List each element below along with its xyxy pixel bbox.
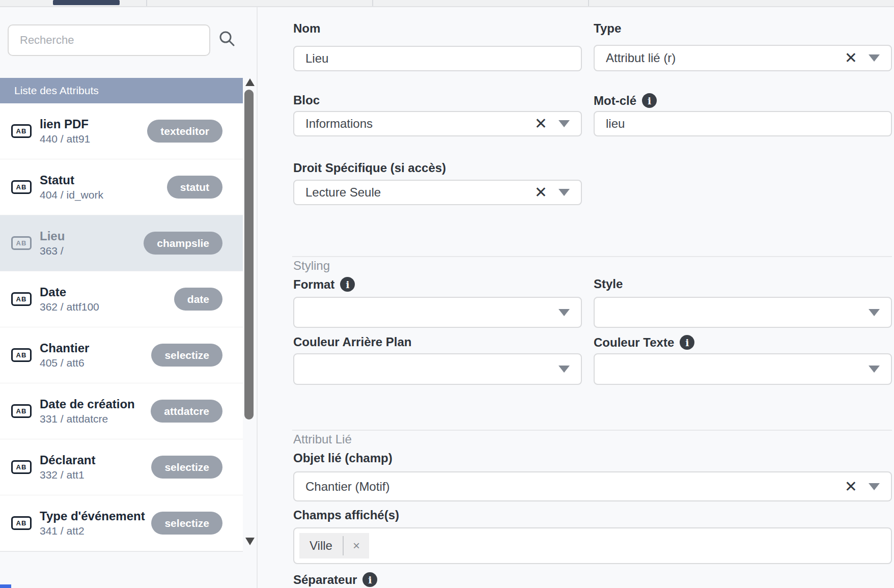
- corner-accent-button[interactable]: [0, 584, 11, 588]
- attribute-badge: date: [174, 288, 222, 311]
- attribute-name: Type d'événement: [40, 508, 145, 524]
- attribut-lie-section-divider: [292, 430, 892, 431]
- caret-down-icon[interactable]: [558, 366, 570, 373]
- caret-down-icon[interactable]: [558, 309, 570, 316]
- style-label: Style: [594, 277, 623, 291]
- attribute-sidebar: Liste des Attributs AB lien PDF 440 / at…: [0, 7, 258, 588]
- attribute-type-icon: AB: [11, 180, 32, 194]
- attribute-type-icon: AB: [11, 404, 32, 418]
- mot-cle-label: Mot-clé i: [594, 93, 657, 108]
- mot-cle-input[interactable]: [594, 111, 892, 136]
- styling-section-title: Styling: [293, 259, 330, 273]
- search-input[interactable]: [8, 24, 210, 56]
- top-tab-strip: [0, 0, 894, 7]
- clear-icon[interactable]: ✕: [845, 50, 857, 66]
- caret-down-icon[interactable]: [558, 189, 570, 196]
- couleur-texte-label: Couleur Texte i: [594, 335, 694, 350]
- attribute-meta: 341 / att2: [40, 524, 145, 538]
- format-select[interactable]: [293, 297, 582, 328]
- attribute-name: Chantier: [40, 340, 89, 356]
- champs-affiches-label: Champs affiché(s): [293, 508, 399, 522]
- attribute-name: Date: [40, 284, 99, 300]
- attribute-badge: champslie: [144, 232, 222, 255]
- scroll-up-icon[interactable]: [245, 78, 255, 86]
- list-item-date[interactable]: AB Date 362 / attf100 date: [0, 271, 243, 327]
- caret-down-icon[interactable]: [869, 54, 880, 62]
- list-item-chantier[interactable]: AB Chantier 405 / att6 selectize: [0, 327, 243, 383]
- format-label: Format i: [293, 277, 355, 292]
- couleur-arriere-plan-select[interactable]: [293, 353, 582, 385]
- attribute-name: lien PDF: [40, 116, 90, 132]
- attribute-meta: 331 / attdatcre: [40, 412, 135, 426]
- style-select[interactable]: [594, 297, 892, 328]
- droit-specifique-select[interactable]: Lecture Seule ✕: [293, 180, 582, 205]
- couleur-arriere-plan-label: Couleur Arrière Plan: [293, 335, 412, 349]
- scrollbar-thumb[interactable]: [244, 90, 254, 419]
- tag-ville: Ville ×: [299, 533, 369, 558]
- attribute-badge: selectize: [151, 456, 222, 479]
- type-select[interactable]: Attribut lié (r) ✕: [594, 45, 892, 71]
- info-icon[interactable]: i: [362, 572, 377, 587]
- bloc-select[interactable]: Informations ✕: [293, 111, 582, 136]
- attribute-badge: selectize: [151, 512, 222, 535]
- objet-lie-select-value: Chantier (Motif): [305, 480, 845, 494]
- champs-affiches-tag-input[interactable]: Ville ×: [293, 527, 892, 564]
- attribute-editor-screen: Liste des Attributs AB lien PDF 440 / at…: [0, 0, 894, 588]
- list-item-date-de-creation[interactable]: AB Date de création 331 / attdatcre attd…: [0, 383, 243, 439]
- tab-divider: [372, 0, 373, 6]
- attribute-name: Déclarant: [40, 452, 95, 468]
- search-icon[interactable]: [218, 30, 236, 50]
- bloc-select-value: Informations: [305, 117, 535, 131]
- couleur-texte-select[interactable]: [594, 353, 892, 385]
- list-item-declarant[interactable]: AB Déclarant 332 / att1 selectize: [0, 439, 243, 495]
- remove-tag-icon[interactable]: ×: [344, 533, 369, 558]
- scroll-down-icon[interactable]: [245, 538, 255, 545]
- list-item-lieu-selected[interactable]: AB Lieu 363 / champslie: [0, 215, 243, 271]
- info-icon[interactable]: i: [680, 335, 694, 350]
- attribute-badge: selectize: [151, 344, 222, 367]
- droit-select-value: Lecture Seule: [305, 185, 535, 200]
- attribute-meta: 404 / id_work: [40, 188, 103, 202]
- attribute-list-header-label: Liste des Attributs: [14, 85, 99, 97]
- attribute-meta: 332 / att1: [40, 468, 95, 482]
- attribute-meta: 405 / att6: [40, 356, 89, 370]
- separateur-label: Séparateur i: [293, 572, 377, 587]
- attribute-type-icon: AB: [11, 460, 32, 474]
- info-icon[interactable]: i: [340, 277, 355, 292]
- attribute-meta: 362 / attf100: [40, 300, 99, 314]
- bloc-label: Bloc: [293, 93, 320, 107]
- attribute-name: Statut: [40, 172, 103, 188]
- clear-icon[interactable]: ✕: [535, 185, 547, 200]
- nom-input[interactable]: [293, 46, 582, 71]
- attribute-type-icon: AB: [11, 292, 32, 306]
- attribute-type-icon: AB: [11, 516, 32, 530]
- attribute-type-icon: AB: [11, 348, 32, 362]
- attribute-badge: statut: [167, 176, 222, 199]
- caret-down-icon[interactable]: [869, 483, 880, 490]
- list-item-lien-pdf[interactable]: AB lien PDF 440 / att91 texteditor: [0, 103, 243, 159]
- caret-down-icon[interactable]: [869, 366, 880, 373]
- tag-label: Ville: [299, 533, 343, 558]
- tab-divider: [588, 0, 589, 6]
- clear-icon[interactable]: ✕: [845, 479, 857, 494]
- clear-icon[interactable]: ✕: [535, 116, 547, 131]
- objet-lie-label: Objet lié (champ): [293, 451, 393, 465]
- attribute-name: Date de création: [40, 396, 135, 412]
- list-item-type-evenement[interactable]: AB Type d'événement 341 / att2 selectize: [0, 495, 243, 551]
- caret-down-icon[interactable]: [869, 309, 880, 316]
- objet-lie-select[interactable]: Chantier (Motif) ✕: [293, 471, 892, 501]
- attribute-type-icon: AB: [11, 124, 32, 138]
- info-icon[interactable]: i: [642, 93, 657, 108]
- caret-down-icon[interactable]: [558, 120, 570, 127]
- attribute-name: Lieu: [40, 228, 65, 244]
- nom-label: Nom: [293, 21, 320, 36]
- droit-specifique-label: Droit Spécifique (si accès): [293, 161, 446, 175]
- styling-section-divider: [292, 256, 892, 257]
- attribute-meta: 363 /: [40, 244, 65, 258]
- attribute-list-header: Liste des Attributs: [0, 78, 243, 103]
- attribute-badge: texteditor: [147, 120, 222, 143]
- tab-divider: [146, 0, 147, 6]
- list-item-statut[interactable]: AB Statut 404 / id_work statut: [0, 159, 243, 215]
- active-tab-indicator[interactable]: [53, 0, 120, 5]
- type-label: Type: [594, 21, 621, 36]
